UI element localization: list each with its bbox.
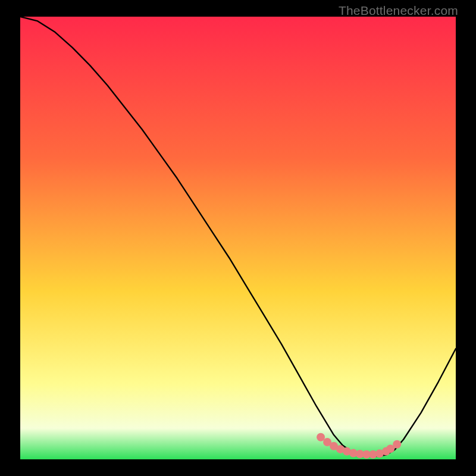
bottleneck-chart: [20, 17, 456, 459]
chart-frame: [20, 17, 456, 459]
gradient-background: [20, 17, 456, 459]
chart-plot-area: [20, 17, 456, 459]
optimal-marker: [393, 440, 401, 449]
watermark-text: TheBottlenecker.com: [339, 4, 458, 18]
